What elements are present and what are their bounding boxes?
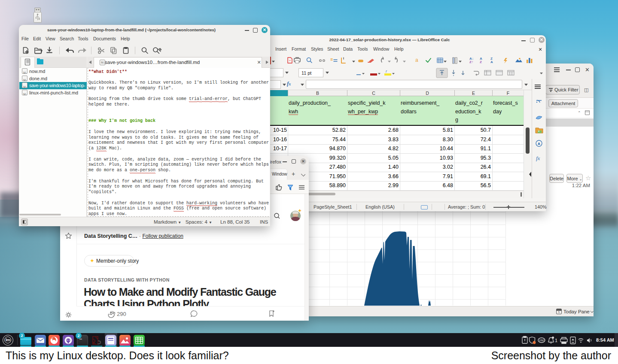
svg-text:r: r — [386, 69, 387, 73]
svg-text:Z: Z — [480, 60, 482, 64]
svg-text:intel: intel — [539, 339, 545, 342]
svg-text:Z↑: Z↑ — [469, 60, 473, 64]
svg-text:1: 1 — [555, 338, 557, 343]
svg-text:a: a — [415, 57, 418, 63]
svg-text:fx: fx — [536, 155, 540, 161]
svg-text:A: A — [490, 60, 493, 64]
